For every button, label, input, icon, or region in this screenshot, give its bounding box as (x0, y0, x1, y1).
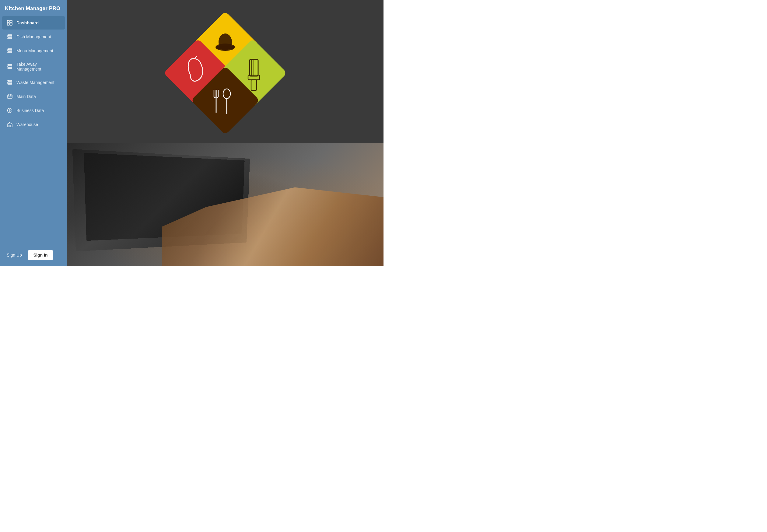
sidebar: Kitchen Manager PRO Dashboard (0, 0, 67, 266)
takeaway-icon (7, 64, 13, 70)
warehouse-icon (7, 121, 13, 128)
svg-rect-13 (8, 66, 12, 67)
kitchen-photo (67, 143, 383, 266)
svg-rect-17 (8, 82, 12, 83)
sidebar-item-label: Take Away Management (16, 62, 60, 72)
signin-button[interactable]: Sign In (28, 250, 53, 260)
waste-icon (7, 79, 13, 86)
logo-area (67, 0, 383, 143)
sidebar-item-menu-management[interactable]: Menu Management (2, 44, 65, 58)
svg-rect-12 (8, 65, 12, 65)
signup-button[interactable]: Sign Up (4, 250, 25, 260)
sidebar-item-takeaway-management[interactable]: Take Away Management (2, 58, 65, 75)
sidebar-nav: Dashboard Dish Management (0, 16, 67, 245)
sidebar-footer: Sign Up Sign In (0, 245, 67, 266)
grid-icon (7, 20, 13, 26)
businessdata-icon (7, 107, 13, 114)
sidebar-item-main-data[interactable]: Main Data (2, 90, 65, 103)
svg-rect-10 (8, 52, 12, 53)
sidebar-item-label: Menu Management (16, 48, 53, 53)
sidebar-item-label: Waste Management (16, 80, 54, 85)
svg-rect-6 (8, 38, 12, 39)
svg-rect-2 (7, 23, 9, 25)
kitchen-photo-background (67, 143, 383, 266)
svg-rect-16 (8, 80, 12, 81)
svg-rect-5 (8, 36, 12, 37)
sidebar-item-dish-management[interactable]: Dish Management (2, 30, 65, 44)
sidebar-item-label: Dashboard (16, 20, 39, 25)
sidebar-item-waste-management[interactable]: Waste Management (2, 76, 65, 89)
sidebar-item-label: Dish Management (16, 34, 51, 39)
svg-rect-20 (7, 95, 12, 98)
svg-rect-35 (216, 46, 234, 49)
sidebar-item-business-data[interactable]: Business Data (2, 104, 65, 117)
sidebar-item-warehouse[interactable]: Warehouse (2, 118, 65, 131)
svg-rect-0 (7, 20, 9, 23)
main-content (67, 0, 383, 266)
maindata-icon (7, 93, 13, 100)
svg-rect-1 (10, 20, 12, 23)
menu-icon (7, 48, 13, 54)
svg-rect-4 (8, 35, 12, 36)
svg-rect-18 (8, 83, 12, 84)
app-title: Kitchen Manager PRO (0, 0, 67, 16)
svg-rect-9 (8, 50, 12, 51)
svg-rect-14 (8, 68, 12, 68)
sidebar-item-label: Warehouse (16, 122, 38, 127)
sidebar-item-label: Main Data (16, 94, 36, 99)
app-logo (161, 9, 289, 137)
svg-rect-8 (8, 49, 12, 50)
svg-rect-3 (10, 23, 12, 25)
sidebar-item-dashboard[interactable]: Dashboard (2, 16, 65, 30)
dish-icon (7, 34, 13, 40)
sidebar-item-label: Business Data (16, 108, 44, 113)
